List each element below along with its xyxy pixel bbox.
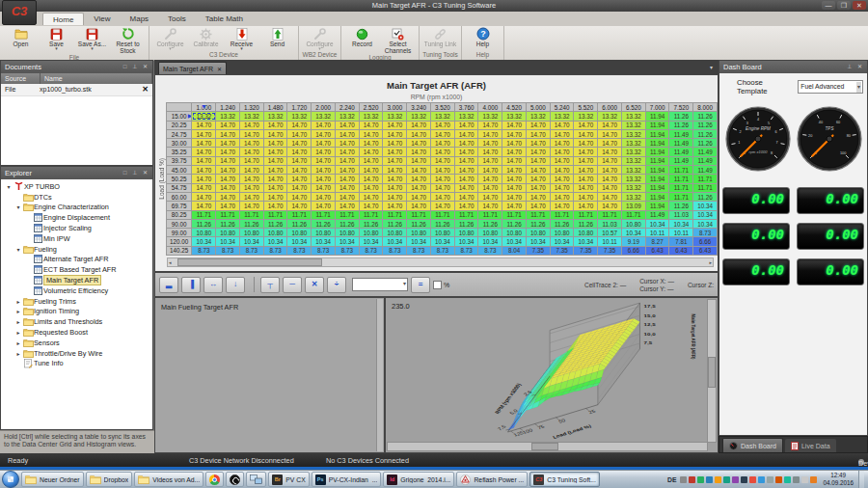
afr-cell[interactable]: 10.34 (359, 237, 383, 246)
afr-cell[interactable]: 14.70 (312, 156, 336, 165)
afr-cell[interactable]: 11.26 (216, 219, 240, 228)
afr-cell[interactable]: 14.70 (430, 121, 454, 129)
afr-cell[interactable]: 11.71 (263, 210, 287, 219)
afr-cell[interactable]: 14.70 (550, 192, 574, 201)
afr-cell[interactable]: 14.70 (526, 121, 550, 129)
afr-cell[interactable]: 14.70 (454, 202, 478, 210)
afr-cell[interactable]: 14.70 (598, 139, 622, 148)
collapse-icon[interactable]: ▾ (14, 203, 22, 210)
afr-cell[interactable]: 14.70 (550, 166, 574, 175)
tree-item-limits-and-thresholds[interactable]: ▸ Limits and Thresholds (1, 316, 152, 327)
afr-cell[interactable]: 11.94 (645, 166, 669, 175)
afr-cell[interactable]: 14.70 (502, 183, 527, 192)
afr-cell[interactable]: 11.94 (645, 121, 669, 129)
tree-item-injector-scaling[interactable]: Injector Scaling (1, 223, 152, 233)
afr-cell[interactable]: 14.70 (335, 139, 359, 148)
afr-cell[interactable]: 13.32 (263, 112, 287, 121)
tab-main-target-afr[interactable]: Main Target AFR✕ (158, 62, 227, 75)
afr-cell[interactable]: 14.70 (454, 139, 478, 148)
save-button[interactable]: Save▾ (39, 26, 74, 50)
taskbar-clock[interactable]: 12:49 04.09.2016 (823, 472, 854, 487)
afr-cell[interactable]: 14.70 (454, 148, 478, 156)
taskbar-item-reflash-power-[interactable]: Reflash Power ... (456, 472, 528, 487)
taskbar-item-pv-cx-indian-[interactable]: PsPV-CX-Indian_... (312, 472, 382, 487)
tree-item-sensors[interactable]: ▸ Sensors (1, 338, 152, 348)
afr-cell[interactable]: 14.70 (335, 129, 359, 138)
afr-cell[interactable]: 14.70 (598, 192, 622, 201)
ribbon-tab-table-math[interactable]: Table Math (196, 13, 253, 25)
tree-item-alternate-target-afr[interactable]: Alternate Target AFR (1, 255, 152, 265)
afr-cell[interactable]: 7.35 (598, 246, 622, 255)
tree-item-fueling-trims[interactable]: ▸ Fueling Trims (1, 296, 152, 307)
afr-cell[interactable]: 10.34 (430, 237, 454, 246)
afr-cell[interactable]: 10.34 (383, 237, 407, 246)
afr-cell[interactable]: 14.70 (335, 148, 359, 156)
afr-cell[interactable]: 11.71 (478, 210, 502, 219)
afr-cell[interactable]: 11.03 (598, 219, 622, 228)
afr-cell[interactable]: 14.70 (550, 148, 574, 156)
afr-cell[interactable]: 11.71 (669, 166, 693, 175)
afr-cell[interactable]: 14.70 (359, 156, 383, 165)
afr-cell[interactable]: 8.73 (478, 246, 502, 255)
afr-cell[interactable]: 11.71 (502, 210, 527, 219)
afr-cell[interactable]: 14.70 (383, 202, 407, 210)
afr-cell[interactable]: 14.70 (216, 129, 240, 138)
afr-cell[interactable]: 8.73 (430, 246, 454, 255)
afr-cell[interactable]: 10.34 (263, 237, 287, 246)
afr-cell[interactable]: 14.70 (287, 202, 312, 210)
afr-cell[interactable]: 13.32 (621, 112, 645, 121)
afr-cell[interactable]: 13.32 (621, 156, 645, 165)
afr-cell[interactable]: 7.35 (574, 246, 598, 255)
afr-cell[interactable]: 14.70 (359, 166, 383, 175)
afr-cell[interactable]: 11.71 (383, 210, 407, 219)
afr-cell[interactable]: 14.70 (239, 129, 263, 138)
afr-cell[interactable]: 11.71 (430, 210, 454, 219)
afr-cell[interactable]: 14.70 (454, 175, 478, 183)
graph-horizontal-scrollbar[interactable] (387, 442, 708, 451)
afr-cell[interactable]: 14.70 (312, 121, 336, 129)
tree-item-main-target-afr[interactable]: Main Target AFR (1, 275, 152, 285)
afr-cell[interactable]: 10.34 (335, 237, 359, 246)
afr-cell[interactable]: 10.11 (598, 237, 622, 246)
tray-icon-12[interactable] (775, 476, 782, 483)
afr-col-header[interactable]: 4.520 (502, 103, 527, 112)
afr-cell[interactable]: 8.73 (693, 229, 718, 237)
afr-cell[interactable]: 13.32 (478, 112, 502, 121)
afr-cell[interactable]: 14.70 (550, 183, 574, 192)
afr-cell[interactable]: 14.70 (287, 183, 312, 192)
afr-cell[interactable]: 11.71 (550, 210, 574, 219)
afr-cell[interactable]: 13.32 (239, 112, 263, 121)
afr-cell[interactable]: 10.80 (263, 229, 287, 237)
afr-cell[interactable]: 14.70 (574, 139, 598, 148)
tray-icon-8[interactable] (741, 476, 747, 483)
tree-item-requested-boost[interactable]: ▸ Requested Boost (1, 327, 152, 338)
afr-cell[interactable]: 10.34 (574, 237, 598, 246)
afr-cell[interactable]: 11.26 (693, 129, 718, 138)
afr-cell[interactable]: 13.32 (454, 112, 478, 121)
afr-cell[interactable]: 14.70 (192, 183, 216, 192)
afr-cell[interactable]: 10.80 (287, 229, 312, 237)
afr-cell[interactable]: 11.26 (550, 219, 574, 228)
afr-cell[interactable]: 13.32 (335, 112, 359, 121)
afr-cell[interactable]: 11.94 (645, 112, 669, 121)
afr-col-header[interactable]: 2.240 (335, 103, 359, 112)
afr-cell[interactable]: 6.43 (645, 246, 669, 255)
afr-cell[interactable]: 13.32 (621, 121, 645, 129)
show-desktop-button[interactable] (858, 471, 864, 488)
afr-cell[interactable]: 14.70 (239, 175, 263, 183)
afr-col-header[interactable]: 1.480 (263, 103, 287, 112)
afr-cell[interactable]: 11.71 (239, 210, 263, 219)
start-button[interactable] (2, 471, 19, 488)
afr-cell[interactable]: 10.34 (478, 237, 502, 246)
afr-cell[interactable]: 8.27 (645, 237, 669, 246)
afr-cell[interactable]: 14.70 (430, 175, 454, 183)
afr-cell[interactable]: 14.70 (312, 148, 336, 156)
afr-cell[interactable]: 14.70 (192, 148, 216, 156)
afr-cell[interactable]: 14.70 (263, 129, 287, 138)
tray-icon-2[interactable] (689, 476, 695, 483)
tree-item-min-ipw[interactable]: Min IPW (1, 233, 152, 244)
afr-row-header[interactable]: 99.00 (166, 229, 192, 237)
taskbar-item-disc[interactable] (226, 472, 244, 487)
afr-cell[interactable]: 14.70 (359, 192, 383, 201)
tray-icon-9[interactable] (749, 476, 756, 483)
